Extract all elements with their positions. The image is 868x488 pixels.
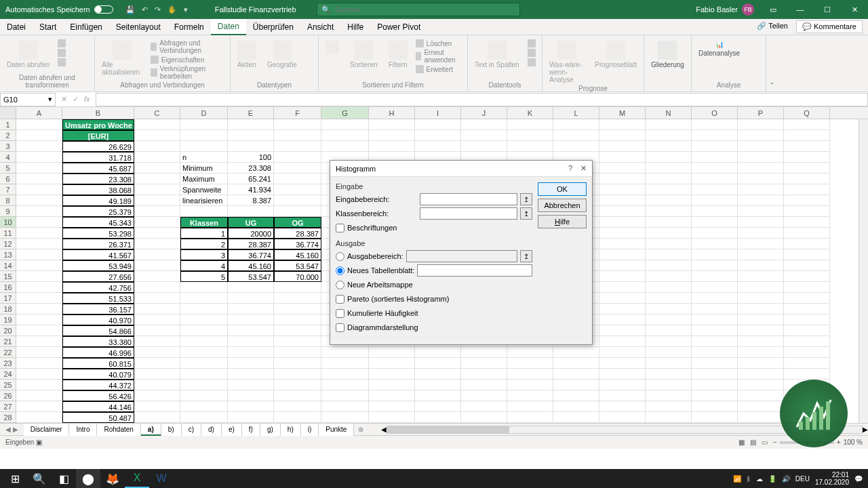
row-header[interactable]: 8	[0, 195, 16, 206]
sheet-tab[interactable]: Punkte	[319, 424, 354, 436]
minimize-icon[interactable]: —	[787, 0, 814, 19]
cell[interactable]	[738, 206, 784, 217]
cumulative-checkbox[interactable]: Kumulierte Häufigkeit	[336, 307, 532, 319]
sheet-tab[interactable]: c)	[182, 424, 201, 436]
sheet-tab[interactable]: a)	[141, 424, 161, 436]
cell[interactable]	[16, 314, 62, 325]
cell[interactable]	[599, 336, 646, 347]
cell[interactable]: 36.774	[228, 249, 274, 260]
cell[interactable]	[16, 369, 62, 380]
redo-icon[interactable]: ↷	[155, 5, 161, 14]
cell[interactable]	[180, 119, 228, 130]
cell[interactable]	[461, 390, 507, 401]
gliederung-button[interactable]: Gliederung	[648, 39, 687, 70]
cell[interactable]	[784, 195, 830, 206]
sheet-tab[interactable]: Intro	[69, 424, 97, 436]
cell[interactable]	[180, 369, 228, 380]
cell[interactable]	[599, 325, 646, 336]
app-icon[interactable]: 🦊	[100, 469, 125, 488]
cell[interactable]	[784, 293, 830, 304]
cell[interactable]	[692, 271, 738, 282]
cell[interactable]	[738, 239, 784, 249]
cell[interactable]: 50.487	[62, 412, 134, 423]
cell[interactable]	[553, 401, 599, 412]
cell[interactable]	[738, 293, 784, 304]
cell[interactable]	[784, 358, 830, 369]
cell[interactable]	[369, 141, 415, 152]
cell[interactable]	[646, 401, 692, 412]
cell[interactable]: 26.371	[62, 239, 134, 249]
cell[interactable]	[692, 184, 738, 195]
cell[interactable]	[415, 380, 461, 390]
cell[interactable]: 33.380	[62, 336, 134, 347]
row-header[interactable]: 16	[0, 282, 16, 293]
excel-taskbar-icon[interactable]: X	[125, 469, 149, 488]
cell[interactable]	[692, 195, 738, 206]
cell[interactable]: 42.756	[62, 282, 134, 293]
cell[interactable]	[599, 260, 646, 271]
cell[interactable]	[599, 152, 646, 163]
cell[interactable]	[553, 141, 599, 152]
fx-icon[interactable]: fx	[84, 95, 90, 104]
cell[interactable]	[274, 174, 321, 184]
cell[interactable]	[599, 130, 646, 141]
cell[interactable]: 36.774	[274, 239, 321, 249]
close-icon[interactable]: ✕	[841, 0, 868, 19]
cell[interactable]	[16, 282, 62, 293]
sheet-tab[interactable]: d)	[201, 424, 222, 436]
cell[interactable]	[784, 119, 830, 130]
column-header[interactable]: F	[274, 107, 321, 119]
language-indicator[interactable]: DEU	[795, 475, 810, 483]
row-header[interactable]: 11	[0, 228, 16, 239]
row-header[interactable]: 1	[0, 119, 16, 130]
cell[interactable]	[134, 130, 180, 141]
cell[interactable]	[274, 347, 321, 358]
cell[interactable]	[274, 380, 321, 390]
cell[interactable]	[180, 380, 228, 390]
row-header[interactable]: 26	[0, 390, 16, 401]
column-header[interactable]: A	[16, 107, 62, 119]
cell[interactable]: 45.160	[228, 260, 274, 271]
cell[interactable]	[134, 184, 180, 195]
cell[interactable]	[692, 260, 738, 271]
cell[interactable]: 49.189	[62, 195, 134, 206]
cell[interactable]	[461, 412, 507, 423]
dialog-help-icon[interactable]: ?	[568, 164, 572, 173]
cell[interactable]	[507, 412, 553, 423]
cell[interactable]	[180, 130, 228, 141]
collapse-ribbon-icon[interactable]: ⌃	[766, 35, 777, 92]
cell[interactable]	[599, 217, 646, 228]
cell[interactable]	[134, 336, 180, 347]
cell[interactable]: OG	[274, 217, 321, 228]
cell[interactable]	[692, 228, 738, 239]
cell[interactable]: [EUR]	[62, 130, 134, 141]
cell[interactable]	[134, 249, 180, 260]
sheet-tab[interactable]: Rohdaten	[97, 424, 140, 436]
input-range-field[interactable]	[420, 193, 517, 205]
cell[interactable]	[274, 130, 321, 141]
search-taskbar-icon[interactable]: 🔍	[27, 469, 52, 488]
system-tray[interactable]: 📶 ᛒ ☁ 🔋 🔊 DEU 22:0117.02.2020 💬	[733, 471, 865, 486]
cell[interactable]: 28.387	[274, 228, 321, 239]
cell[interactable]	[738, 271, 784, 282]
cell[interactable]	[134, 228, 180, 239]
cell[interactable]	[599, 358, 646, 369]
cell[interactable]	[415, 390, 461, 401]
cell[interactable]	[415, 141, 461, 152]
cell[interactable]	[507, 130, 553, 141]
cancel-button[interactable]: Abbrechen	[538, 199, 587, 212]
cell[interactable]: 2	[180, 239, 228, 249]
cell[interactable]	[692, 141, 738, 152]
cell[interactable]	[784, 325, 830, 336]
row-header[interactable]: 25	[0, 380, 16, 390]
row-header[interactable]: 15	[0, 271, 16, 282]
cell[interactable]	[738, 282, 784, 293]
cell[interactable]	[599, 141, 646, 152]
cell[interactable]	[461, 369, 507, 380]
search-box[interactable]: 🔍	[317, 3, 520, 16]
row-header[interactable]: 7	[0, 184, 16, 195]
cell[interactable]	[415, 119, 461, 130]
cell[interactable]	[692, 314, 738, 325]
cell[interactable]: 26.629	[62, 141, 134, 152]
cell[interactable]	[16, 401, 62, 412]
